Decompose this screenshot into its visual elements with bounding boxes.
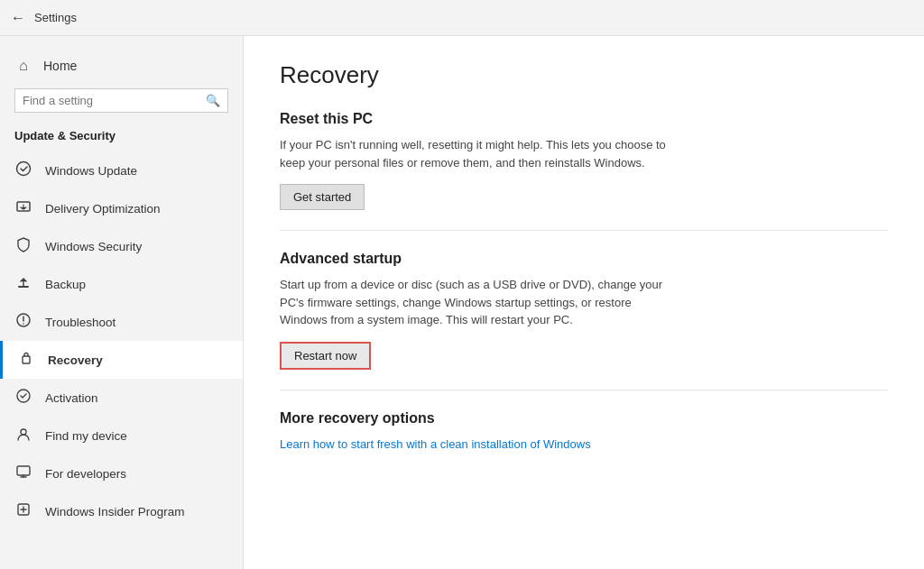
sidebar-item-label-activation: Activation xyxy=(45,391,98,405)
delivery-optimization-icon xyxy=(14,198,32,218)
sidebar-item-label-backup: Backup xyxy=(45,278,86,291)
section-divider-2 xyxy=(280,390,888,390)
reset-pc-title: Reset this PC xyxy=(280,111,888,127)
sidebar-items-list: Windows UpdateDelivery OptimizationWindo… xyxy=(0,151,243,530)
svg-point-0 xyxy=(17,162,31,176)
sidebar-item-activation[interactable]: Activation xyxy=(0,379,243,417)
sidebar-item-label-for-developers: For developers xyxy=(45,467,126,481)
sidebar-item-windows-insider-program[interactable]: Windows Insider Program xyxy=(0,492,243,530)
backup-icon xyxy=(14,274,32,294)
recovery-icon xyxy=(17,350,35,370)
main-layout: ⌂ Home 🔍 Update & Security Windows Updat… xyxy=(0,36,924,569)
back-button[interactable]: ← xyxy=(11,10,25,26)
sidebar-item-label-windows-security: Windows Security xyxy=(45,240,142,253)
windows-insider-program-icon xyxy=(14,501,32,521)
get-started-button[interactable]: Get started xyxy=(280,184,365,210)
home-icon: ⌂ xyxy=(14,58,32,74)
svg-point-4 xyxy=(23,323,24,325)
sidebar-item-home[interactable]: ⌂ Home xyxy=(0,50,243,81)
sidebar-item-label-delivery-optimization: Delivery Optimization xyxy=(45,202,161,216)
page-title: Recovery xyxy=(280,61,888,89)
sidebar-item-label-troubleshoot: Troubleshoot xyxy=(45,316,116,329)
sidebar-section-title: Update & Security xyxy=(0,124,243,151)
svg-rect-2 xyxy=(18,286,29,288)
advanced-startup-title: Advanced startup xyxy=(280,251,888,267)
sidebar-item-windows-security[interactable]: Windows Security xyxy=(0,227,243,265)
main-content: Recovery Reset this PC If your PC isn't … xyxy=(244,36,924,569)
title-bar: ← Settings xyxy=(0,0,924,36)
advanced-startup-description: Start up from a device or disc (such as … xyxy=(280,276,677,329)
svg-point-6 xyxy=(17,390,30,402)
app-title: Settings xyxy=(34,11,77,24)
sidebar-home-label: Home xyxy=(43,59,77,73)
windows-security-icon xyxy=(14,236,32,256)
sidebar-item-label-find-my-device: Find my device xyxy=(45,429,127,443)
windows-update-icon xyxy=(14,161,32,180)
sidebar-item-windows-update[interactable]: Windows Update xyxy=(0,151,243,189)
troubleshoot-icon xyxy=(14,312,32,332)
reset-pc-description: If your PC isn't running well, resetting… xyxy=(280,136,677,171)
for-developers-icon xyxy=(14,463,32,483)
sidebar-item-find-my-device[interactable]: Find my device xyxy=(0,417,243,454)
sidebar-item-delivery-optimization[interactable]: Delivery Optimization xyxy=(0,189,243,227)
svg-rect-8 xyxy=(17,466,30,475)
search-input[interactable] xyxy=(23,94,206,107)
sidebar-item-backup[interactable]: Backup xyxy=(0,265,243,303)
sidebar-search-box[interactable]: 🔍 xyxy=(14,88,228,113)
find-my-device-icon xyxy=(14,426,32,445)
activation-icon xyxy=(14,388,32,408)
clean-install-link[interactable]: Learn how to start fresh with a clean in… xyxy=(280,437,591,451)
svg-point-7 xyxy=(21,429,26,435)
restart-now-button[interactable]: Restart now xyxy=(280,342,371,370)
sidebar-item-label-recovery: Recovery xyxy=(48,353,103,367)
svg-rect-5 xyxy=(23,356,30,363)
sidebar-item-recovery[interactable]: Recovery xyxy=(0,341,243,379)
sidebar-item-label-windows-insider-program: Windows Insider Program xyxy=(45,505,185,519)
search-icon: 🔍 xyxy=(206,94,220,107)
sidebar-item-troubleshoot[interactable]: Troubleshoot xyxy=(0,303,243,341)
sidebar: ⌂ Home 🔍 Update & Security Windows Updat… xyxy=(0,36,244,569)
sidebar-item-label-windows-update: Windows Update xyxy=(45,164,137,178)
sidebar-item-for-developers[interactable]: For developers xyxy=(0,454,243,492)
more-options-title: More recovery options xyxy=(280,410,888,427)
section-divider-1 xyxy=(280,230,888,231)
